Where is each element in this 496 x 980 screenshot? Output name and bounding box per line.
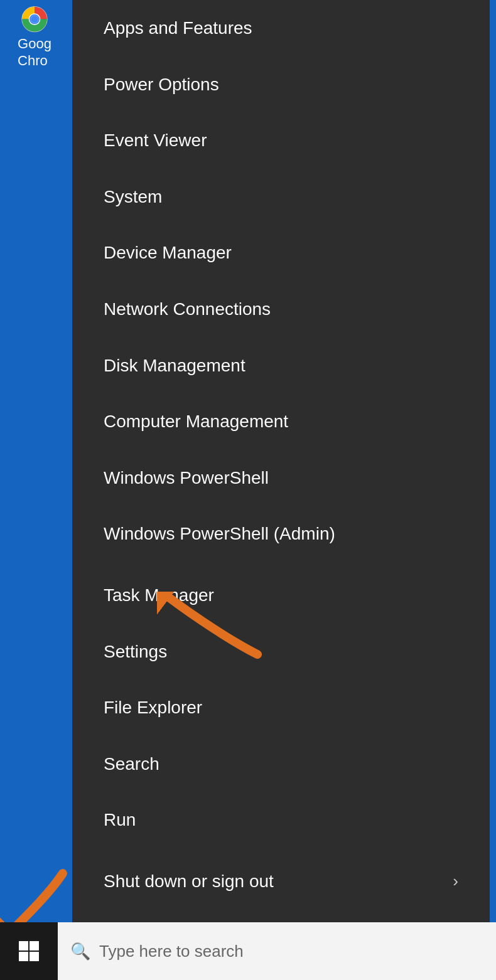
taskbar: 🔍 Type here to search (0, 922, 496, 980)
menu-item-shut-down-sign-out[interactable]: Shut down or sign out› (72, 853, 490, 910)
menu-item-label-device-manager: Device Manager (104, 242, 232, 264)
chrome-logo-icon (13, 5, 56, 33)
menu-item-apps-and-features[interactable]: Apps and Features (72, 0, 490, 56)
menu-item-file-explorer[interactable]: File Explorer (72, 679, 490, 736)
svg-rect-8 (30, 941, 39, 951)
menu-item-label-file-explorer: File Explorer (104, 697, 202, 718)
svg-rect-7 (19, 941, 28, 951)
menu-item-label-disk-management: Disk Management (104, 355, 245, 376)
menu-item-label-event-viewer: Event Viewer (104, 130, 207, 151)
svg-point-4 (31, 16, 38, 23)
menu-item-device-manager[interactable]: Device Manager (72, 225, 490, 281)
menu-item-label-windows-powershell-admin: Windows PowerShell (Admin) (104, 523, 335, 545)
menu-item-network-connections[interactable]: Network Connections (72, 281, 490, 338)
menu-item-label-task-manager: Task Manager (104, 585, 214, 606)
menu-item-label-computer-management: Computer Management (104, 411, 288, 432)
svg-rect-9 (19, 952, 28, 961)
chrome-icon-area: Goog Chro (0, 0, 69, 69)
menu-item-settings[interactable]: Settings (72, 624, 490, 680)
search-placeholder-text: Type here to search (99, 942, 244, 961)
menu-item-search[interactable]: Search (72, 736, 490, 792)
menu-item-windows-powershell-admin[interactable]: Windows PowerShell (Admin) (72, 506, 490, 562)
menu-item-run[interactable]: Run (72, 792, 490, 848)
chevron-right-icon: › (453, 871, 458, 891)
start-button[interactable] (0, 922, 58, 980)
menu-item-label-apps-and-features: Apps and Features (104, 18, 252, 39)
menu-item-label-windows-powershell: Windows PowerShell (104, 467, 269, 489)
menu-item-power-options[interactable]: Power Options (72, 56, 490, 113)
windows-logo-icon (18, 940, 40, 962)
menu-item-label-search: Search (104, 754, 159, 775)
menu-item-task-manager[interactable]: Task Manager (72, 567, 490, 624)
menu-item-system[interactable]: System (72, 169, 490, 225)
menu-item-windows-powershell[interactable]: Windows PowerShell (72, 450, 490, 506)
context-menu: Apps and FeaturesPower OptionsEvent View… (72, 0, 490, 922)
menu-item-label-run: Run (104, 809, 136, 831)
menu-item-computer-management[interactable]: Computer Management (72, 393, 490, 450)
menu-item-event-viewer[interactable]: Event Viewer (72, 112, 490, 169)
menu-item-disk-management[interactable]: Disk Management (72, 338, 490, 394)
search-icon: 🔍 (70, 942, 90, 961)
menu-item-label-shut-down-sign-out: Shut down or sign out (104, 871, 274, 892)
chrome-label: Goog Chro (18, 36, 51, 69)
svg-rect-10 (30, 952, 39, 961)
menu-item-label-power-options: Power Options (104, 74, 219, 95)
menu-item-label-settings: Settings (104, 641, 167, 663)
menu-item-label-network-connections: Network Connections (104, 299, 271, 320)
menu-item-label-system: System (104, 186, 162, 208)
taskbar-search[interactable]: 🔍 Type here to search (58, 922, 496, 980)
